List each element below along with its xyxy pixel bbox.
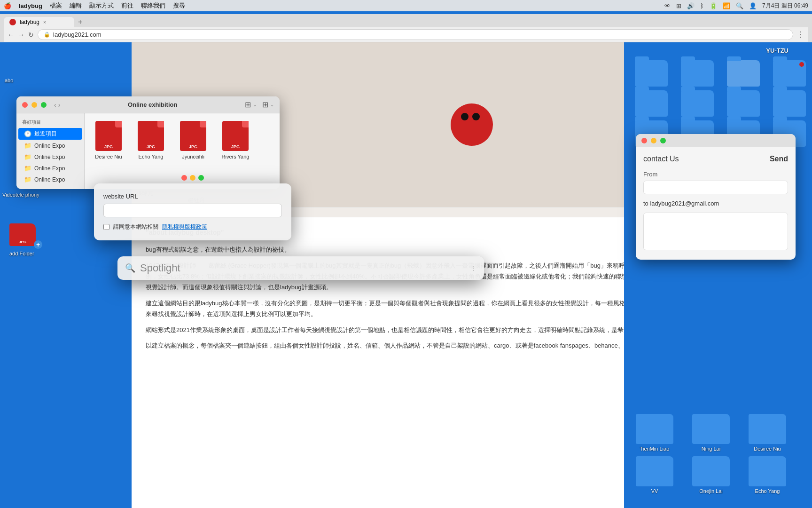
dialog-close-button[interactable]: [181, 175, 187, 181]
spotlight-search[interactable]: 🔍 Spotlight ⋮: [117, 256, 484, 280]
folder-item[interactable]: [722, 90, 765, 117]
finder-file-rivers[interactable]: Rivers Yang: [219, 121, 252, 182]
finder-maximize-button[interactable]: [41, 102, 47, 108]
finder-file-echo[interactable]: Echo Yang: [134, 121, 167, 182]
finder-forward-button[interactable]: ›: [58, 101, 61, 109]
finder-titlebar: ‹ › Online exhibition ⊞ ⌄ ⊞ ⌄: [16, 96, 280, 113]
sidebar-item-recents[interactable]: 🕐 最近項目: [18, 128, 82, 140]
address-bar[interactable]: 🔒 ladybug2021.com: [38, 29, 793, 40]
mail-close-button[interactable]: [641, 138, 647, 143]
menu-view[interactable]: 顯示方式: [89, 1, 114, 10]
spotlight-right-icon: ⋮: [471, 265, 476, 271]
finder-list-view-button[interactable]: ⊞: [262, 100, 268, 109]
mail-titlebar: [636, 134, 796, 147]
spotlight-input-text[interactable]: Spotlight: [140, 262, 466, 274]
folder-echo[interactable]: Echo Yang: [742, 456, 793, 494]
desktop-about-label: abo: [5, 78, 13, 83]
yu-tzu-label: YU-TZU: [766, 47, 789, 54]
new-tab-button[interactable]: +: [76, 18, 84, 26]
folder-item[interactable]: [630, 60, 672, 87]
apple-menu[interactable]: 🍎: [4, 2, 11, 9]
folder-item[interactable]: [676, 90, 718, 117]
eye-icon: 👁: [664, 2, 671, 9]
mail-header-row: contact Us Send: [643, 155, 788, 163]
finder-grid-view-button[interactable]: ⊞: [245, 100, 251, 109]
folder-item[interactable]: [630, 90, 672, 117]
back-button[interactable]: ←: [8, 31, 14, 39]
sidebar-expo1-label: Online Expo: [34, 143, 65, 149]
finder-view-chevron[interactable]: ⌄: [253, 102, 257, 107]
menu-contact[interactable]: 聯絡我們: [141, 1, 165, 10]
forward-button[interactable]: →: [18, 31, 24, 39]
finder-close-button[interactable]: [22, 102, 28, 108]
browser-menu-button[interactable]: ⋮: [797, 30, 804, 39]
finder-nav: ‹ ›: [54, 101, 60, 109]
system-menubar: 🍎 ladybug 檔案 編輯 顯示方式 前往 聯絡我們 搜尋 👁 ⊞ 🔊 ᛒ …: [0, 0, 812, 11]
finder-title: Online exhibition: [64, 101, 241, 108]
mail-message-input[interactable]: [643, 213, 788, 250]
mail-title: contact Us: [643, 155, 679, 163]
search-icon[interactable]: 🔍: [736, 2, 743, 9]
finder-body: 喜好項目 🕐 最近項目 📁 Online Expo 📁 Online Expo: [16, 113, 280, 189]
folder-onejin[interactable]: Onejin Lai: [685, 456, 737, 494]
ladybug-logo: [451, 103, 493, 146]
bottom-name-folders: TienMin Liao Ning Lai Desiree Niu VV: [624, 409, 812, 499]
finder-list-chevron[interactable]: ⌄: [270, 102, 274, 107]
sidebar-expo2-label: Online Expo: [34, 154, 65, 160]
folder-item[interactable]: [768, 60, 811, 87]
sidebar-item-expo-1[interactable]: 📁 Online Expo: [18, 140, 82, 151]
url-input[interactable]: [103, 204, 282, 217]
privacy-link[interactable]: 隱私權與版權政策: [162, 223, 207, 231]
mail-send-button[interactable]: Send: [770, 155, 788, 163]
finder-file-jyunccihli[interactable]: Jyunccihli: [177, 121, 210, 182]
videotele-label: Videotele phony: [2, 192, 39, 198]
mail-expand-button[interactable]: [660, 138, 666, 143]
refresh-button[interactable]: ↻: [28, 31, 34, 39]
finder-window: ‹ › Online exhibition ⊞ ⌄ ⊞ ⌄ 喜好項目: [16, 96, 280, 189]
privacy-checkbox[interactable]: [103, 224, 109, 230]
content-area: abo Videotele phony JPG + add Folder: [0, 42, 812, 508]
sidebar-item-expo-4[interactable]: 📁 Online Expo: [18, 174, 82, 185]
upload-dialog: website URL 請同意本網站相關 隱私權與版權政策: [94, 183, 291, 240]
finder-view-controls: ⊞ ⌄ ⊞ ⌄: [245, 100, 274, 109]
folder-desiree[interactable]: Desiree Niu: [742, 414, 793, 452]
dialog-minimize-button[interactable]: [190, 175, 195, 181]
add-folder-area: JPG + add Folder: [9, 223, 39, 256]
sidebar-item-expo-3[interactable]: 📁 Online Expo: [18, 163, 82, 174]
file-icon-desiree: [95, 121, 122, 151]
file-name-echo: Echo Yang: [139, 154, 164, 159]
menu-search[interactable]: 搜尋: [173, 1, 185, 10]
file-icon-jyunccihli: [180, 121, 206, 151]
folder-vv[interactable]: VV: [629, 456, 680, 494]
finder-minimize-button[interactable]: [31, 102, 37, 108]
folder-item[interactable]: [676, 60, 718, 87]
active-tab[interactable]: ladybug ×: [4, 17, 74, 27]
folder-item[interactable]: [768, 90, 811, 117]
finder-back-button[interactable]: ‹: [54, 101, 56, 109]
user-icon[interactable]: 👤: [749, 2, 757, 9]
sidebar-item-expo-2[interactable]: 📁 Online Expo: [18, 151, 82, 162]
sidebar-section-favorites: 喜好項目: [16, 117, 84, 127]
add-folder-label: add Folder: [9, 251, 39, 256]
mail-from-input[interactable]: [643, 181, 788, 194]
finder-sidebar: 喜好項目 🕐 最近項目 📁 Online Expo 📁 Online Expo: [16, 113, 85, 189]
privacy-label-text: 請同意本網站相關: [113, 223, 158, 231]
folder-tienmin[interactable]: TienMin Liao: [629, 414, 680, 452]
finder-file-desiree[interactable]: Desiree Niu: [92, 121, 125, 182]
app-name-menu[interactable]: ladybug: [19, 2, 42, 9]
folder-ning[interactable]: Ning Lai: [685, 414, 737, 452]
mail-minimize-button[interactable]: [651, 138, 656, 143]
tab-title: ladybug: [20, 19, 39, 25]
menu-edit[interactable]: 編輯: [70, 1, 82, 10]
folder-icon-1: 📁: [24, 142, 31, 149]
file-name-rivers: Rivers Yang: [222, 154, 250, 159]
sidebar-recents-label: 最近項目: [34, 130, 57, 138]
menu-go[interactable]: 前往: [121, 1, 133, 10]
datetime-display: 7月4日 週日 06:49: [762, 2, 808, 10]
folder-item[interactable]: [722, 60, 765, 87]
ssl-lock-icon: 🔒: [44, 32, 50, 38]
menu-file[interactable]: 檔案: [50, 1, 62, 10]
dialog-expand-button[interactable]: [198, 175, 204, 181]
browser-window: ladybug × + ← → ↻ 🔒 ladybug2021.com ⋮: [0, 14, 812, 508]
tab-close-button[interactable]: ×: [43, 20, 46, 25]
